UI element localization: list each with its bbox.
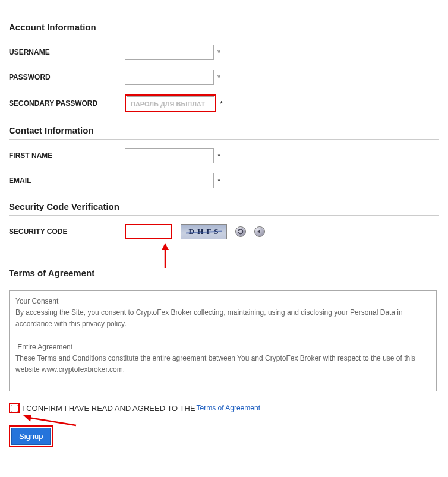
svg-line-2 [29, 418, 76, 425]
terms-textarea[interactable]: Your Consent By accessing the Site, you … [9, 290, 437, 391]
arrow-annotation-icon [156, 243, 180, 268]
secondary-password-input[interactable] [127, 96, 214, 110]
required-mark: * [220, 99, 223, 108]
username-input[interactable] [125, 45, 214, 60]
terms-section: Your Consent By accessing the Site, you … [9, 290, 439, 447]
svg-marker-1 [162, 243, 169, 250]
row-first-name: FIRST NAME * [9, 148, 439, 163]
svg-marker-3 [23, 415, 31, 422]
first-name-input[interactable] [125, 148, 214, 163]
highlight-secondary-password [125, 94, 216, 112]
row-username: USERNAME * [9, 45, 439, 60]
label-security-code: SECURITY CODE [9, 228, 125, 236]
row-security-code: SECURITY CODE D H F S [9, 224, 439, 239]
required-mark: * [217, 73, 220, 82]
row-email: EMAIL * [9, 173, 439, 188]
audio-captcha-icon[interactable] [254, 226, 265, 237]
label-secondary-password: SECONDARY PASSWORD [9, 99, 125, 108]
label-first-name: FIRST NAME [9, 151, 125, 160]
required-mark: * [217, 151, 220, 160]
required-mark: * [217, 176, 220, 185]
captcha-group: D H F S [125, 224, 265, 239]
confirm-row: I CONFIRM I HAVE READ AND AGREED TO THE … [9, 403, 439, 413]
highlight-confirm-checkbox [9, 403, 20, 413]
section-header-security: Security Code Verification [9, 201, 439, 216]
terms-link[interactable]: Terms of Agreement [197, 404, 260, 412]
row-password: PASSWORD * [9, 70, 439, 85]
label-username: USERNAME [9, 48, 125, 56]
label-email: EMAIL [9, 176, 125, 185]
section-header-account: Account Information [9, 22, 439, 36]
refresh-captcha-icon[interactable] [235, 226, 246, 237]
arrow-to-checkbox-icon [20, 413, 79, 431]
security-code-input[interactable] [125, 224, 172, 239]
row-secondary-password: SECONDARY PASSWORD * [9, 94, 439, 112]
captcha-image: D H F S [181, 224, 227, 239]
section-header-terms: Terms of Agreement [9, 268, 439, 282]
email-input[interactable] [125, 173, 214, 188]
confirm-checkbox[interactable] [11, 405, 18, 412]
section-header-contact: Contact Information [9, 125, 439, 140]
confirm-text: I CONFIRM I HAVE READ AND AGREED TO THE [22, 404, 195, 413]
password-input[interactable] [125, 70, 214, 85]
required-mark: * [217, 48, 220, 57]
label-password: PASSWORD [9, 73, 125, 81]
